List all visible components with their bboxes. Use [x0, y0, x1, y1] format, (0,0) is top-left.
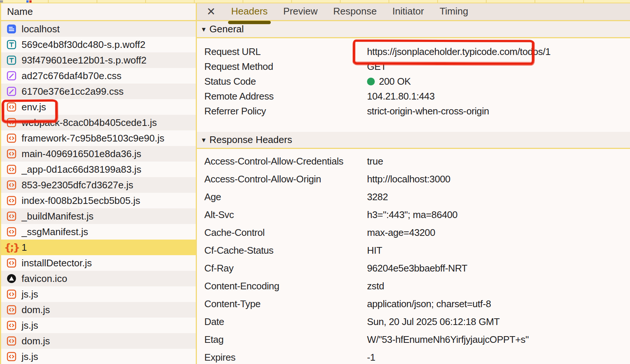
disclosure-triangle-icon: ▼: [201, 137, 207, 144]
request-name: 853-9e2305dfc7d3627e.js: [22, 179, 133, 191]
header-name: Expires: [204, 352, 367, 363]
request-row-main-4096916501e8da36-js[interactable]: main-4096916501e8da36.js: [1, 146, 196, 162]
header-value: zstd: [367, 280, 384, 292]
request-row-dom-js[interactable]: dom.js: [1, 333, 196, 349]
request-name: framework-7c95b8e5103c9e90.js: [22, 133, 164, 144]
request-row-1[interactable]: {;}1: [1, 240, 196, 255]
request-row-6170e376e1cc2a99-css[interactable]: 6170e376e1cc2a99.css: [1, 84, 196, 99]
request-name: _ssgManifest.js: [22, 226, 88, 238]
header-value: -1: [367, 352, 375, 363]
section-header-response-headers[interactable]: ▼Response Headers: [197, 132, 630, 149]
network-overview-strip[interactable]: [0, 0, 630, 3]
overview-request-mark-red-icon: [29, 0, 32, 3]
header-name: Status Code: [204, 76, 367, 87]
tab-initiator[interactable]: Initiator: [392, 4, 424, 19]
header-row-referrer-policy: Referrer Policystrict-origin-when-cross-…: [197, 104, 630, 118]
section-content-general: Request URLhttps://jsonplaceholder.typic…: [197, 38, 630, 126]
header-value: W/"53-hfEnumeNh6YirfjyjaujcOPPT+s": [367, 334, 529, 345]
header-row-request-url: Request URLhttps://jsonplaceholder.typic…: [197, 44, 630, 59]
section-title: General: [210, 23, 244, 35]
header-row-expires: Expires-1: [197, 348, 630, 364]
header-name: Referrer Policy: [204, 105, 367, 117]
header-name: Age: [204, 191, 367, 203]
header-name: Request Method: [204, 61, 367, 72]
request-row-ad27c676daf4b70e-css[interactable]: ad27c676daf4b70e.css: [1, 68, 196, 84]
header-name: Access-Control-Allow-Origin: [204, 173, 367, 185]
header-value: GET: [367, 61, 386, 72]
header-row-request-method: Request MethodGET: [197, 59, 630, 74]
header-value: true: [367, 156, 383, 167]
request-row-853-9e2305dfc7d3627e-js[interactable]: 853-9e2305dfc7d3627e.js: [1, 177, 196, 193]
name-column-header[interactable]: Name: [1, 3, 196, 21]
request-row--app-0d1ac66d38199a83-js[interactable]: _app-0d1ac66d38199a83.js: [1, 162, 196, 177]
script-icon: [6, 289, 17, 299]
script-icon: [6, 102, 17, 112]
request-name: favicon.ico: [22, 273, 67, 285]
favicon-icon: [6, 273, 17, 284]
overview-tick-icon: [0, 0, 3, 3]
request-row--ssgmanifest-js[interactable]: _ssgManifest.js: [1, 224, 196, 240]
header-row-age: Age3282: [197, 188, 630, 206]
request-name: _app-0d1ac66d38199a83.js: [22, 164, 141, 175]
header-name: Content-Type: [204, 298, 367, 310]
request-name: js.js: [22, 289, 38, 300]
request-name: _buildManifest.js: [22, 211, 94, 222]
request-row-installdetector-js[interactable]: installDetector.js: [1, 255, 196, 271]
request-row-js-js[interactable]: js.js: [1, 349, 196, 364]
request-row-framework-7c95b8e5103c9e90-js[interactable]: framework-7c95b8e5103c9e90.js: [1, 130, 196, 146]
fetch-icon: {;}: [4, 241, 19, 253]
script-icon: [6, 180, 17, 190]
stylesheet-icon: [6, 71, 17, 81]
request-row-dom-js[interactable]: dom.js: [1, 302, 196, 318]
request-name: index-f008b2b15ecb5b05.js: [22, 195, 140, 207]
header-row-content-encoding: Content-Encodingzstd: [197, 277, 630, 295]
script-icon: [6, 227, 17, 237]
request-row-js-js[interactable]: js.js: [1, 286, 196, 302]
header-name: Cache-Control: [204, 227, 367, 238]
tab-response[interactable]: Response: [333, 4, 377, 19]
request-row-index-f008b2b15ecb5b05-js[interactable]: index-f008b2b15ecb5b05.js: [1, 193, 196, 208]
request-name: webpack-8cac0b4b405cede1.js: [22, 117, 157, 129]
request-row-localhost[interactable]: localhost: [1, 21, 196, 37]
request-row-569ce4b8f30dc480-s-p-woff2[interactable]: 569ce4b8f30dc480-s.p.woff2: [1, 37, 196, 52]
header-value: h3=":443"; ma=86400: [367, 209, 458, 221]
request-row-env-js[interactable]: env.js: [1, 99, 196, 115]
header-value: max-age=43200: [367, 227, 435, 238]
font-icon: [6, 39, 17, 50]
tab-headers[interactable]: Headers: [231, 4, 267, 19]
close-icon[interactable]: ✕: [207, 6, 215, 17]
section-content-response-headers: Access-Control-Allow-CredentialstrueAcce…: [197, 149, 630, 364]
header-row-content-type: Content-Typeapplication/json; charset=ut…: [197, 295, 630, 313]
request-row--buildmanifest-js[interactable]: _buildManifest.js: [1, 208, 196, 224]
header-row-cf-cache-status: Cf-Cache-StatusHIT: [197, 241, 630, 259]
request-name: js.js: [22, 320, 38, 331]
request-row-webpack-8cac0b4b405cede1-js[interactable]: webpack-8cac0b4b405cede1.js: [1, 115, 196, 130]
script-icon: [6, 149, 17, 159]
request-row-js-js[interactable]: js.js: [1, 318, 196, 333]
details-tab-bar: ✕ HeadersPreviewResponseInitiatorTiming: [197, 3, 630, 21]
request-row-favicon-ico[interactable]: favicon.ico: [1, 271, 196, 286]
document-icon: [6, 24, 17, 34]
script-icon: [6, 117, 17, 128]
script-icon: [6, 133, 17, 143]
overview-request-mark-blue-icon: [26, 0, 29, 3]
header-value: 3282: [367, 191, 388, 203]
tab-timing[interactable]: Timing: [439, 4, 468, 19]
header-value: application/json; charset=utf-8: [367, 298, 491, 310]
request-name: 93f479601ee12b01-s.p.woff2: [22, 55, 146, 66]
status-ok-dot-icon: [367, 78, 375, 85]
request-name: 6170e376e1cc2a99.css: [22, 86, 124, 97]
header-row-status-code: Status Code200 OK: [197, 74, 630, 89]
header-name: Cf-Cache-Status: [204, 245, 367, 256]
script-icon: [6, 164, 17, 175]
request-name: dom.js: [22, 304, 50, 316]
stylesheet-icon: [6, 86, 17, 97]
header-row-cache-control: Cache-Controlmax-age=43200: [197, 224, 630, 241]
tab-preview[interactable]: Preview: [283, 4, 318, 19]
header-value: 104.21.80.1:443: [367, 91, 435, 102]
name-column-header-label: Name: [7, 6, 33, 17]
request-name: ad27c676daf4b70e.css: [22, 70, 121, 82]
request-name: main-4096916501e8da36.js: [22, 148, 141, 160]
request-row-93f479601ee12b01-s-p-woff2[interactable]: 93f479601ee12b01-s.p.woff2: [1, 52, 196, 68]
header-name: Content-Encoding: [204, 280, 367, 292]
